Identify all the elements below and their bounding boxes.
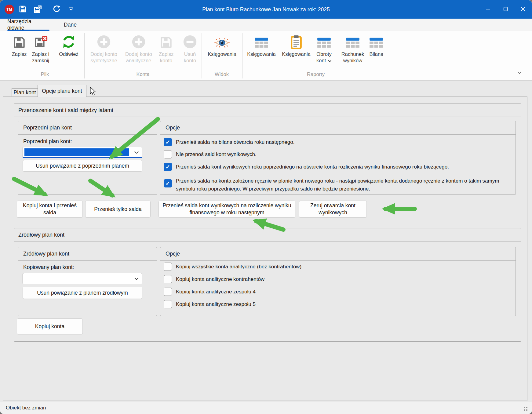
checkbox-unchecked-icon [164, 263, 172, 271]
zero-openings-button[interactable]: Zeruj otwarcia kont wynikowych [299, 201, 367, 218]
table-icon [369, 33, 383, 49]
ribbon-collapse-button[interactable] [517, 70, 522, 75]
table-icon [346, 33, 360, 49]
checkbox-przenies-salda-bilans[interactable]: ✓ Przenieś salda na bilans otwarcia roku… [164, 138, 294, 146]
previous-plan-combobox[interactable] [23, 147, 142, 158]
resize-grip[interactable] [523, 406, 528, 411]
window-controls [479, 0, 532, 19]
quick-refresh-button[interactable] [51, 4, 62, 15]
quick-save-close-button[interactable] [32, 4, 42, 15]
checkbox-kopiuj-analityczne-kontrahentow[interactable]: Kopiuj konta analityczne kontrahentów [164, 275, 264, 283]
ribbon-button-zapisz-i-zamknij[interactable]: Zapisz i zamknij [27, 33, 54, 72]
maximize-icon [503, 7, 508, 13]
ribbon-separator [180, 35, 180, 75]
titlebar: TM Plan [0, 0, 532, 19]
clipboard-icon [290, 33, 302, 49]
ribbon-tab-row: Narzędzia główne Dane [0, 19, 532, 31]
ribbon-group-divider [242, 33, 242, 78]
chevron-down-icon [134, 276, 139, 281]
copy-accounts-button[interactable]: Kopiuj konta [17, 318, 83, 334]
refresh-icon [52, 5, 61, 15]
quick-access-toolbar [17, 0, 76, 19]
toolbar-divider [47, 5, 47, 14]
customize-toolbar-icon [68, 6, 74, 13]
combobox-selection [24, 148, 129, 156]
save-icon [159, 33, 173, 49]
unlink-source-plan-button[interactable]: Usuń powiązanie z planem źródłowym [23, 287, 142, 299]
panel-title: Opcje [160, 247, 516, 261]
checkbox-unchecked-icon [164, 150, 172, 158]
application-window: TM Plan [0, 0, 532, 414]
checkbox-nie-przenos-sald[interactable]: Nie przenoś sald kont wynikowych. [164, 150, 257, 158]
groupbox-title: Źródłowy plan kont [14, 228, 521, 241]
statusbar: Obiekt bez zmian [0, 402, 532, 414]
close-icon [521, 7, 525, 13]
checkbox-unchecked-icon [164, 275, 172, 283]
checkbox-checked-icon: ✓ [164, 163, 172, 171]
ribbon-button-dodaj-konto-analityczne: Dodaj konto analityczne [122, 33, 156, 72]
tab-plan-kont[interactable]: Plan kont [12, 88, 38, 97]
maximize-button[interactable] [497, 0, 514, 19]
ribbon-group-divider [390, 33, 390, 78]
ribbon-button-usun-konto: Usuń konto [180, 33, 199, 72]
ribbon-button-obroty-kont[interactable]: Obroty kont [312, 33, 336, 72]
screen: TM Plan [0, 0, 532, 414]
save-icon [19, 5, 27, 14]
status-message: Obiekt bez zmian [6, 402, 46, 414]
ribbon-button-dodaj-konto-syntetyczne: Dodaj konto syntetyczne [86, 33, 122, 72]
chevron-down-icon [134, 150, 139, 155]
add-circle-icon [97, 33, 111, 49]
minimize-button[interactable] [479, 0, 497, 19]
panel-title: Źródłowy plan kont [18, 247, 157, 261]
checkbox-przenies-salda-wynikowych[interactable]: ✓ Przenieś salda kont wynikowych roku po… [164, 163, 449, 171]
transfer-only-balances-button[interactable]: Przenieś tylko salda [85, 201, 151, 218]
table-icon [254, 33, 268, 49]
remove-circle-icon [183, 33, 197, 49]
ribbon-separator [55, 35, 55, 75]
ribbon-separator [337, 35, 337, 75]
close-button[interactable] [514, 0, 532, 19]
checkbox-kopiuj-analityczne-zespolu-4[interactable]: Kopiuj konta analityczne zespołu 4 [164, 288, 256, 296]
ribbon-tab-narzedzia-glowne[interactable]: Narzędzia główne [7, 19, 49, 31]
ribbon-group-divider [84, 33, 85, 78]
copy-accounts-and-balances-button[interactable]: Kopiuj konta i przenieś salda [17, 201, 83, 218]
checkbox-checked-icon: ✓ [164, 179, 172, 187]
previous-plan-combo-label: Poprzedni plan kont: [23, 138, 72, 145]
unlink-previous-plan-button[interactable]: Usuń powiązanie z poprzednim planem [23, 160, 142, 172]
transfer-result-balances-button[interactable]: Przenieś salda kont wynikowych na rozlic… [159, 201, 295, 218]
ribbon-group-label-widok: Widok [215, 71, 229, 77]
checkbox-unchecked-icon [164, 300, 172, 308]
ribbon-button-rachunek-wynikow[interactable]: Rachunek wyników [337, 33, 369, 72]
ribbon-button-bilans[interactable]: Bilans [366, 33, 386, 72]
chevron-down-icon [328, 60, 332, 62]
ribbon-group-divider [202, 33, 202, 78]
checkbox-unchecked-icon [164, 288, 172, 296]
ribbon-button-odswiez[interactable]: Odśwież [55, 33, 82, 72]
ribbon-separator [157, 35, 157, 75]
ribbon-button-ksiegowania-widok[interactable]: Księgowania [203, 33, 241, 72]
quick-save-button[interactable] [17, 4, 28, 15]
tab-opcje-planu-kont[interactable]: Opcje planu kont [38, 85, 86, 97]
copied-plan-combo-label: Kopiowany plan kont: [23, 264, 74, 271]
ribbon: Zapisz Zapisz i zamknij Odśwież Dodaj ko… [0, 31, 532, 81]
eye-icon [213, 33, 231, 49]
ribbon-group-label-raporty: Raporty [307, 71, 325, 77]
ribbon-button-zapisz[interactable]: Zapisz [9, 33, 30, 72]
window-title: Plan kont Biuro Rachunkowe Jan Nowak za … [0, 0, 532, 19]
ribbon-group-label-plik: Plik [41, 71, 49, 77]
refresh-icon [61, 33, 76, 49]
checkbox-kopiuj-analityczne-zespolu-5[interactable]: Kopiuj konta analityczne zespołu 5 [164, 300, 256, 308]
panel-title: Poprzedni plan kont [18, 121, 157, 135]
copied-plan-combobox[interactable] [23, 273, 142, 284]
ribbon-button-ksiegowania-clipboard[interactable]: Księgowania [279, 33, 313, 72]
ribbon-tab-dane[interactable]: Dane [61, 19, 79, 31]
save-icon [13, 33, 26, 49]
checkbox-checked-icon: ✓ [164, 138, 172, 146]
ribbon-button-ksiegowania-raport[interactable]: Księgowania [244, 33, 279, 72]
minimize-icon [486, 7, 490, 13]
checkbox-przenies-salda-reczne[interactable]: ✓ Przenieś salda na konta założone ręczn… [164, 177, 512, 193]
save-close-icon [34, 33, 48, 49]
customize-toolbar-button[interactable] [66, 4, 76, 15]
table-icon [317, 33, 331, 49]
checkbox-kopiuj-wszystkie-analityczne[interactable]: Kopiuj wszystkie konta analityczne (bez … [164, 263, 301, 271]
